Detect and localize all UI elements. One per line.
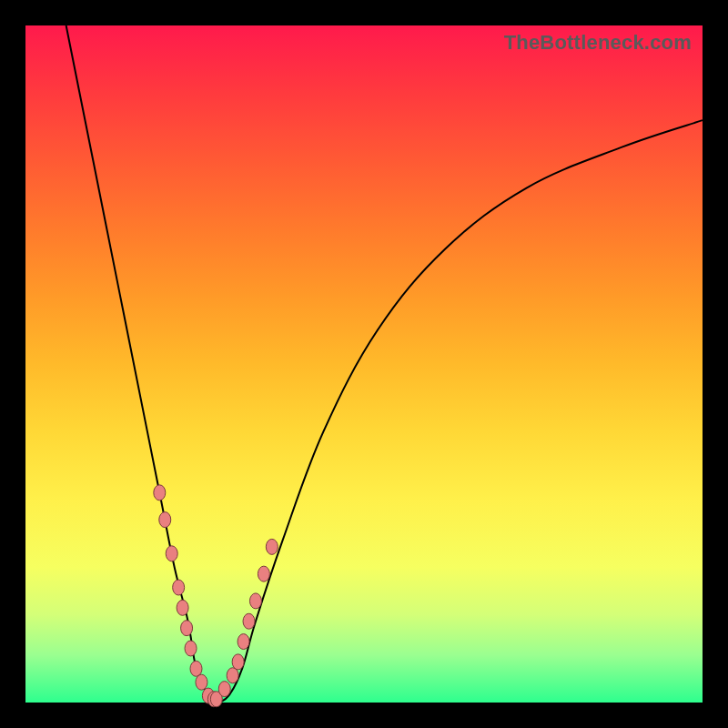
left-marker-3 <box>173 580 185 595</box>
right-marker-4 <box>238 634 249 650</box>
left-marker-1 <box>159 512 171 528</box>
plot-area: TheBottleneck.com <box>25 25 703 703</box>
data-point-layer <box>154 485 278 707</box>
right-marker-2 <box>227 668 238 683</box>
left-marker-0 <box>154 485 166 500</box>
left-marker-6 <box>185 641 197 656</box>
bottleneck-curve <box>66 25 703 703</box>
left-marker-2 <box>166 546 177 561</box>
right-marker-1 <box>218 682 230 697</box>
left-marker-4 <box>177 600 188 615</box>
right-marker-5 <box>243 613 255 629</box>
right-marker-3 <box>232 654 244 670</box>
bottleneck-curve-svg <box>25 25 703 703</box>
right-marker-6 <box>249 593 261 609</box>
left-marker-7 <box>190 661 202 676</box>
right-marker-8 <box>266 539 278 554</box>
left-marker-5 <box>181 621 193 636</box>
left-marker-8 <box>196 674 207 690</box>
chart-frame: TheBottleneck.com <box>0 0 728 728</box>
right-marker-7 <box>258 566 269 581</box>
